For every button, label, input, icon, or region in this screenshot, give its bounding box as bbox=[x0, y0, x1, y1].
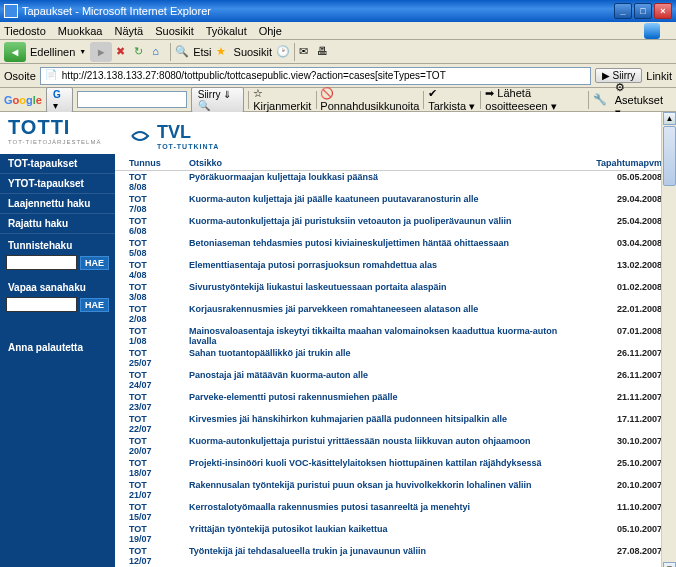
table-row[interactable]: TOT 1/08Mainosvaloasentaja iskeytyi tikk… bbox=[115, 325, 676, 347]
google-go-button[interactable]: Siirry ⇓ 🔍 bbox=[191, 87, 245, 113]
google-check[interactable]: ✔ Tarkista ▾ bbox=[428, 87, 476, 113]
google-search-input[interactable] bbox=[77, 91, 187, 108]
table-row[interactable]: TOT 22/07Kirvesmies jäi hänskihirkon kuh… bbox=[115, 413, 676, 435]
case-code[interactable]: TOT 4/08 bbox=[115, 259, 175, 281]
case-code[interactable]: TOT 5/08 bbox=[115, 237, 175, 259]
table-row[interactable]: TOT 23/07Parveke-elementti putosi rakenn… bbox=[115, 391, 676, 413]
history-icon[interactable]: 🕑 bbox=[276, 45, 290, 59]
back-button[interactable]: ◄ bbox=[4, 42, 26, 62]
scroll-thumb[interactable] bbox=[663, 126, 676, 186]
refresh-icon[interactable]: ↻ bbox=[134, 45, 148, 59]
google-g-button[interactable]: G ▾ bbox=[46, 87, 73, 113]
case-code[interactable]: TOT 15/07 bbox=[115, 501, 175, 523]
menu-tools[interactable]: Työkalut bbox=[206, 25, 247, 37]
table-row[interactable]: TOT 8/08Pyöräkuormaajan kuljettaja loukk… bbox=[115, 171, 676, 194]
case-code[interactable]: TOT 18/07 bbox=[115, 457, 175, 479]
case-title[interactable]: Betoniaseman tehdasmies putosi kiviaines… bbox=[175, 237, 582, 259]
table-row[interactable]: TOT 5/08Betoniaseman tehdasmies putosi k… bbox=[115, 237, 676, 259]
print-icon[interactable]: 🖶 bbox=[317, 45, 331, 59]
maximize-button[interactable]: □ bbox=[634, 3, 652, 19]
stop-icon[interactable]: ✖ bbox=[116, 45, 130, 59]
menu-edit[interactable]: Muokkaa bbox=[58, 25, 103, 37]
case-code[interactable]: TOT 1/08 bbox=[115, 325, 175, 347]
sidebar-item-feedback[interactable]: Anna palautetta bbox=[0, 338, 115, 357]
forward-button[interactable]: ► bbox=[90, 42, 112, 62]
case-code[interactable]: TOT 21/07 bbox=[115, 479, 175, 501]
menu-file[interactable]: Tiedosto bbox=[4, 25, 46, 37]
table-row[interactable]: TOT 4/08Elementtiasentaja putosi porrasj… bbox=[115, 259, 676, 281]
case-title[interactable]: Korjausrakennusmies jäi parvekkeen romah… bbox=[175, 303, 582, 325]
sidebar-item-ytot[interactable]: YTOT-tapaukset bbox=[0, 174, 115, 194]
col-header-title[interactable]: Otsikko bbox=[175, 156, 582, 171]
table-row[interactable]: TOT 25/07Sahan tuotantopäällikkö jäi tru… bbox=[115, 347, 676, 369]
back-label[interactable]: Edellinen bbox=[30, 46, 75, 58]
case-code[interactable]: TOT 2/08 bbox=[115, 303, 175, 325]
favorites-label[interactable]: Suosikit bbox=[234, 46, 273, 58]
table-row[interactable]: TOT 7/08Kuorma-auton kuljettaja jäi pääl… bbox=[115, 193, 676, 215]
google-logo[interactable]: Google bbox=[4, 94, 42, 106]
close-button[interactable]: × bbox=[654, 3, 672, 19]
case-title[interactable]: Kerrostalotyömaalla rakennusmies putosi … bbox=[175, 501, 582, 523]
sidebar-item-limitedsearch[interactable]: Rajattu haku bbox=[0, 214, 115, 234]
table-row[interactable]: TOT 18/07Projekti-insinööri kuoli VOC-kä… bbox=[115, 457, 676, 479]
scroll-up-icon[interactable]: ▲ bbox=[663, 112, 676, 125]
sidebar-item-tot[interactable]: TOT-tapaukset bbox=[0, 154, 115, 174]
menu-favorites[interactable]: Suosikit bbox=[155, 25, 194, 37]
case-code[interactable]: TOT 23/07 bbox=[115, 391, 175, 413]
case-code[interactable]: TOT 20/07 bbox=[115, 435, 175, 457]
case-title[interactable]: Panostaja jäi mätäävän kuorma-auton alle bbox=[175, 369, 582, 391]
minimize-button[interactable]: _ bbox=[614, 3, 632, 19]
id-search-input[interactable] bbox=[6, 255, 77, 270]
case-code[interactable]: TOT 7/08 bbox=[115, 193, 175, 215]
case-code[interactable]: TOT 6/08 bbox=[115, 215, 175, 237]
case-code[interactable]: TOT 24/07 bbox=[115, 369, 175, 391]
sidebar-item-extsearch[interactable]: Laajennettu haku bbox=[0, 194, 115, 214]
table-row[interactable]: TOT 3/08Sivurustyöntekijä liukastui lask… bbox=[115, 281, 676, 303]
table-row[interactable]: TOT 12/07Työntekijä jäi tehdasalueella t… bbox=[115, 545, 676, 567]
case-title[interactable]: Mainosvaloasentaja iskeytyi tikkailta ma… bbox=[175, 325, 582, 347]
table-row[interactable]: TOT 15/07Kerrostalotyömaalla rakennusmie… bbox=[115, 501, 676, 523]
case-title[interactable]: Työntekijä jäi tehdasalueella trukin ja … bbox=[175, 545, 582, 567]
case-title[interactable]: Kuorma-autonkuljettaja jäi puristuksiin … bbox=[175, 215, 582, 237]
case-title[interactable]: Rakennusalan työntekijä puristui puun ok… bbox=[175, 479, 582, 501]
google-extra-icon[interactable]: 🔧 bbox=[593, 93, 607, 106]
back-dropdown-icon[interactable]: ▼ bbox=[79, 48, 86, 55]
case-code[interactable]: TOT 19/07 bbox=[115, 523, 175, 545]
case-title[interactable]: Kirvesmies jäi hänskihirkon kuhmajarien … bbox=[175, 413, 582, 435]
search-icon[interactable]: 🔍 bbox=[175, 45, 189, 59]
case-code[interactable]: TOT 8/08 bbox=[115, 171, 175, 194]
free-search-input[interactable] bbox=[6, 297, 77, 312]
free-search-button[interactable]: HAE bbox=[80, 298, 109, 312]
menu-view[interactable]: Näytä bbox=[114, 25, 143, 37]
case-code[interactable]: TOT 22/07 bbox=[115, 413, 175, 435]
case-title[interactable]: Sahan tuotantopäällikkö jäi trukin alle bbox=[175, 347, 582, 369]
google-bookmarks[interactable]: ☆ Kirjanmerkit bbox=[253, 87, 311, 112]
case-code[interactable]: TOT 12/07 bbox=[115, 545, 175, 567]
case-title[interactable]: Sivurustyöntekijä liukastui laskeutuessa… bbox=[175, 281, 582, 303]
scroll-down-icon[interactable]: ▼ bbox=[663, 562, 676, 567]
col-header-code[interactable]: Tunnus bbox=[115, 156, 175, 171]
table-row[interactable]: TOT 21/07Rakennusalan työntekijä puristu… bbox=[115, 479, 676, 501]
case-title[interactable]: Projekti-insinööri kuoli VOC-käsittelyla… bbox=[175, 457, 582, 479]
table-row[interactable]: TOT 6/08Kuorma-autonkuljettaja jäi puris… bbox=[115, 215, 676, 237]
favorites-icon[interactable]: ★ bbox=[216, 45, 230, 59]
case-title[interactable]: Kuorma-auton kuljettaja jäi päälle kaatu… bbox=[175, 193, 582, 215]
table-row[interactable]: TOT 20/07Kuorma-autonkuljettaja puristui… bbox=[115, 435, 676, 457]
address-input[interactable]: 📄 http://213.138.133.27:8080/tottpublic/… bbox=[40, 67, 591, 85]
menu-help[interactable]: Ohje bbox=[259, 25, 282, 37]
google-send[interactable]: ➡ Lähetä osoitteeseen ▾ bbox=[485, 87, 584, 113]
case-code[interactable]: TOT 3/08 bbox=[115, 281, 175, 303]
scrollbar[interactable]: ▲ ▼ bbox=[661, 112, 676, 567]
table-row[interactable]: TOT 2/08Korjausrakennusmies jäi parvekke… bbox=[115, 303, 676, 325]
case-title[interactable]: Kuorma-autonkuljettaja puristui yrittäes… bbox=[175, 435, 582, 457]
search-label[interactable]: Etsi bbox=[193, 46, 211, 58]
case-title[interactable]: Yrittäjän työntekijä putosikot laukian k… bbox=[175, 523, 582, 545]
table-row[interactable]: TOT 19/07Yrittäjän työntekijä putosikot … bbox=[115, 523, 676, 545]
home-icon[interactable]: ⌂ bbox=[152, 45, 166, 59]
google-popup[interactable]: 🚫 Ponnahdusikkunoita bbox=[320, 87, 419, 112]
case-code[interactable]: TOT 25/07 bbox=[115, 347, 175, 369]
case-title[interactable]: Pyöräkuormaajan kuljettaja loukkasi pään… bbox=[175, 171, 582, 194]
id-search-button[interactable]: HAE bbox=[80, 256, 109, 270]
case-title[interactable]: Elementtiasentaja putosi porrasjuoksun r… bbox=[175, 259, 582, 281]
mail-icon[interactable]: ✉ bbox=[299, 45, 313, 59]
